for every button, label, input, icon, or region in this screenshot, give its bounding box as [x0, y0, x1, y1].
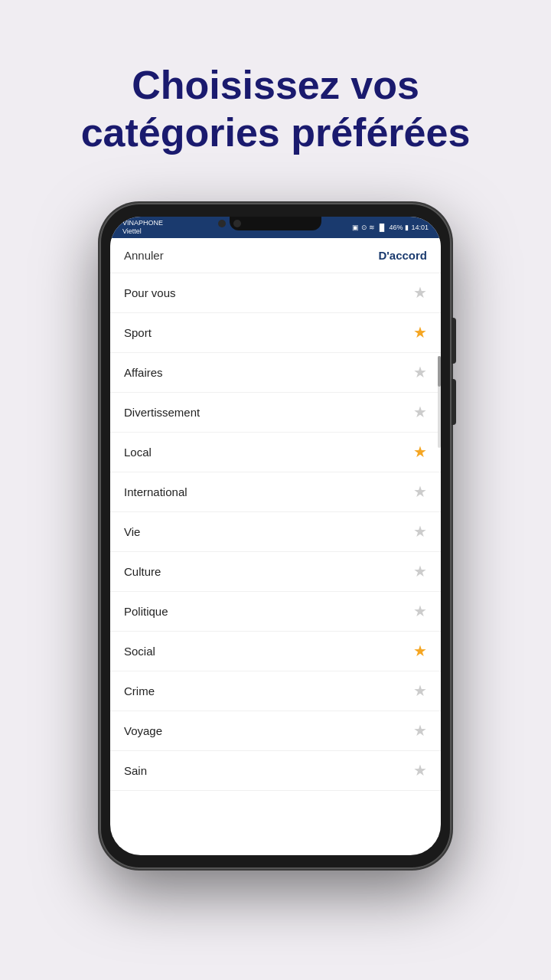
category-name: Social — [124, 645, 155, 658]
list-item[interactable]: Local★ — [110, 433, 441, 472]
list-item[interactable]: International★ — [110, 472, 441, 512]
category-name: Vie — [124, 525, 140, 538]
star-empty-icon[interactable]: ★ — [413, 721, 427, 740]
star-empty-icon[interactable]: ★ — [413, 403, 427, 421]
star-filled-icon[interactable]: ★ — [413, 443, 427, 461]
list-item[interactable]: Divertissement★ — [110, 393, 441, 433]
list-item[interactable]: Crime★ — [110, 671, 441, 711]
star-empty-icon[interactable]: ★ — [413, 602, 427, 620]
battery-level: 46% — [389, 224, 403, 231]
list-item[interactable]: Voyage★ — [110, 711, 441, 751]
category-list: Pour vous★Sport★Affaires★Divertissement★… — [110, 273, 441, 851]
battery-icon: ▮ — [405, 224, 409, 231]
status-icons: ▣ ⊙ ≋ ▐▌ — [352, 224, 386, 231]
category-name: Crime — [124, 684, 155, 697]
star-empty-icon[interactable]: ★ — [413, 761, 427, 779]
scroll-indicator — [438, 356, 441, 448]
carrier-primary: VINAPHONE — [122, 219, 163, 227]
category-name: Politique — [124, 605, 168, 618]
status-right: ▣ ⊙ ≋ ▐▌ 46% ▮ 14:01 — [352, 224, 429, 231]
list-item[interactable]: Sport★ — [110, 313, 441, 353]
star-empty-icon[interactable]: ★ — [413, 522, 427, 541]
phone-notch — [230, 217, 321, 230]
category-name: Sport — [124, 326, 152, 339]
star-empty-icon[interactable]: ★ — [413, 283, 427, 302]
scroll-thumb — [438, 356, 441, 387]
ok-button[interactable]: D'accord — [378, 249, 427, 262]
category-name: Local — [124, 446, 152, 459]
star-filled-icon[interactable]: ★ — [413, 642, 427, 660]
list-item[interactable]: Social★ — [110, 632, 441, 671]
camera-right — [233, 220, 241, 227]
camera-left — [218, 220, 226, 227]
category-name: Divertissement — [124, 406, 200, 419]
list-item[interactable]: Politique★ — [110, 592, 441, 632]
star-empty-icon[interactable]: ★ — [413, 681, 427, 700]
clock: 14:01 — [411, 224, 429, 231]
star-empty-icon[interactable]: ★ — [413, 562, 427, 580]
star-empty-icon[interactable]: ★ — [413, 363, 427, 381]
category-name: Pour vous — [124, 286, 176, 299]
category-name: Culture — [124, 565, 161, 578]
cancel-button[interactable]: Annuler — [124, 249, 164, 262]
phone-mockup: VINAPHONE Viettel ▣ ⊙ ≋ ▐▌ 46% ▮ 14:01 A… — [99, 203, 452, 869]
category-name: Sain — [124, 764, 147, 777]
list-item[interactable]: Culture★ — [110, 552, 441, 592]
carrier-info: VINAPHONE Viettel — [122, 219, 163, 236]
carrier-secondary: Viettel — [122, 227, 163, 236]
category-name: Voyage — [124, 724, 162, 737]
category-name: Affaires — [124, 366, 163, 379]
star-empty-icon[interactable]: ★ — [413, 482, 427, 501]
phone-shell: VINAPHONE Viettel ▣ ⊙ ≋ ▐▌ 46% ▮ 14:01 A… — [99, 203, 452, 869]
list-item[interactable]: Sain★ — [110, 751, 441, 791]
list-item[interactable]: Pour vous★ — [110, 273, 441, 313]
star-filled-icon[interactable]: ★ — [413, 323, 427, 341]
list-item[interactable]: Vie★ — [110, 512, 441, 552]
category-name: International — [124, 485, 187, 498]
phone-screen: VINAPHONE Viettel ▣ ⊙ ≋ ▐▌ 46% ▮ 14:01 A… — [110, 217, 441, 855]
page-headline: Choisissez vos catégories préférées — [51, 61, 501, 157]
list-item[interactable]: Affaires★ — [110, 353, 441, 393]
app-header: Annuler D'accord — [110, 238, 441, 273]
